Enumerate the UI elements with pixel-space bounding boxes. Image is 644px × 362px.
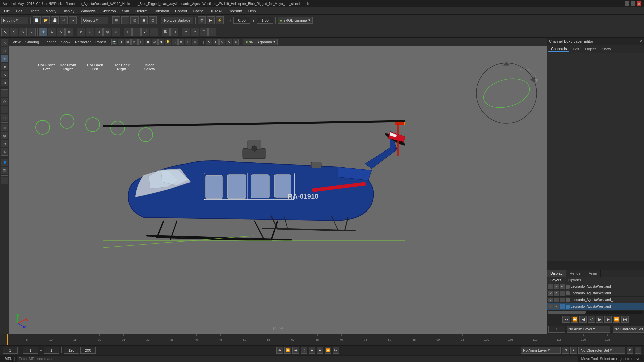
paint-tool-button[interactable]: 🖌 (141, 28, 149, 36)
menu-create[interactable]: Create (26, 8, 42, 14)
move-tool-button[interactable]: ✛ (39, 28, 47, 36)
snap-surface-button[interactable]: ◼ (140, 16, 148, 24)
menu-skin[interactable]: Skin (119, 8, 132, 14)
close-button[interactable]: ✕ (637, 1, 641, 6)
layer-vp-btn-3[interactable]: V (548, 304, 553, 309)
menu-3dtoll[interactable]: 3DToAll (207, 8, 225, 14)
snap-grid-button[interactable]: ⊞ (112, 16, 120, 24)
menu-help[interactable]: Help (246, 8, 259, 14)
rp-start-frame-input[interactable] (548, 326, 565, 333)
bb-anim-info-button[interactable]: ℹ (570, 347, 577, 354)
vp-iso-btn[interactable]: ⊞ (125, 39, 131, 45)
anim-layer-bb-dropdown[interactable]: No Anim Layer ▾ (521, 347, 561, 354)
rp-tab-channels[interactable]: Channels (548, 46, 569, 52)
menu-constrain[interactable]: Constrain (151, 8, 172, 14)
to-start-button[interactable]: ⏮ (562, 316, 570, 323)
sculpt-button[interactable]: ⬡ (150, 28, 158, 36)
annotate-button[interactable]: ✦ (191, 28, 199, 36)
mirror-lp-button[interactable]: ⇔ (1, 140, 8, 147)
vp-ao-btn[interactable]: ⊛ (185, 39, 191, 45)
paint-select-button[interactable]: ✎ (19, 28, 27, 36)
layer-p-btn-0[interactable]: P (554, 284, 559, 289)
rp-tab-object[interactable]: Object (582, 46, 598, 52)
undo-button[interactable]: ↩ (60, 16, 68, 24)
current-frame-input[interactable] (3, 347, 18, 354)
layer-vp-btn-1[interactable]: V (548, 291, 553, 296)
bb-prev-frame-button[interactable]: ◀ (292, 347, 299, 354)
snap-grid-lp-button[interactable]: ⊞ (1, 124, 8, 131)
keyframe-input[interactable] (44, 347, 59, 354)
tool4-button[interactable]: ⊚ (112, 28, 120, 36)
vp-hide-btn[interactable]: H (118, 39, 124, 45)
open-scene-button[interactable]: 📂 (42, 16, 50, 24)
vp-gamma-display[interactable]: ■ sRGB gamma ▾ (243, 39, 278, 45)
bb-next-frame-button[interactable]: ▶ (317, 347, 323, 354)
soft-mod2-button[interactable]: ⊙ (86, 28, 94, 36)
rotate-tool-button[interactable]: ↻ (48, 28, 56, 36)
new-scene-button[interactable]: 📄 (33, 16, 41, 24)
scale-tool-button[interactable]: ⤡ (57, 28, 65, 36)
layers-tab-anim[interactable]: Anim (585, 270, 601, 277)
move-lp-button[interactable]: ✛ (1, 55, 8, 62)
menu-redshift[interactable]: Redshift (226, 8, 245, 14)
ribbon-button[interactable]: ⌒ (200, 28, 208, 36)
vp-cam-btn[interactable]: 📷 (111, 39, 117, 45)
rp-tab-edit[interactable]: Edit (570, 46, 582, 52)
vp-smooth-btn[interactable]: ◼ (145, 39, 151, 45)
start-frame-input[interactable] (23, 347, 38, 354)
vp-light-btn[interactable]: 💡 (165, 39, 171, 45)
vp-menu-panels[interactable]: Panels (93, 39, 109, 45)
bb-to-end-button[interactable]: ⏭ (333, 347, 339, 354)
vp-wire-btn[interactable]: ⊡ (138, 39, 144, 45)
range-start-input[interactable] (64, 347, 79, 354)
layers-scrollbar[interactable] (547, 310, 644, 314)
layers-sub-tab-layers[interactable]: Layers (547, 277, 565, 283)
ik2-button[interactable]: ⊣ (170, 28, 178, 36)
bb-char-info-button[interactable]: ℹ (635, 347, 641, 354)
layer-p-btn-3[interactable]: P (554, 304, 559, 309)
maximize-button[interactable]: □ (631, 1, 635, 6)
snap-toggle-button[interactable]: ⊡ (1, 47, 8, 54)
nurbs-lp-button[interactable]: ○ (1, 106, 8, 113)
scrollbar-thumb[interactable] (548, 311, 586, 314)
show-man-button[interactable]: 👤 (1, 159, 8, 166)
vp-uni-btn[interactable]: ⊕ (233, 39, 239, 45)
paint-weights-button[interactable]: ⊘ (95, 28, 103, 36)
vp-menu-shading[interactable]: Shading (23, 39, 41, 45)
vp-motion-btn[interactable]: ≋ (178, 39, 184, 45)
snap-point-button[interactable]: ◎ (130, 16, 139, 24)
tool3-button[interactable]: ◎ (103, 28, 111, 36)
save-scene-button[interactable]: 💾 (51, 16, 59, 24)
snap-pt-lp-button[interactable]: ◎ (1, 132, 8, 139)
pencil-button[interactable]: ✏ (182, 28, 190, 36)
layer-p-btn-2[interactable]: P (554, 298, 559, 302)
bb-play-fwd-button[interactable]: ▶ (309, 347, 315, 354)
vp-xray-btn[interactable]: ◎ (152, 39, 158, 45)
menu-file[interactable]: File (1, 8, 13, 14)
char-set-bb-dropdown[interactable]: No Character Set ▾ (578, 347, 625, 354)
redo-button[interactable]: ↪ (69, 16, 77, 24)
gamma-display[interactable]: ■ sRGB gamma ▾ (278, 17, 313, 24)
value1-input[interactable] (233, 17, 250, 24)
play-back-button[interactable]: ◁ (588, 316, 595, 323)
layer-p-btn-1[interactable]: P (554, 291, 559, 296)
prev-key-button[interactable]: ⏪ (571, 316, 578, 323)
minus-button[interactable]: − (132, 28, 141, 36)
more-lp-button[interactable]: ··· (1, 177, 8, 184)
wire-button[interactable]: ⌁ (208, 28, 216, 36)
layers-tab-display[interactable]: Display (547, 270, 566, 277)
vp-select-btn[interactable]: ↖ (206, 39, 212, 45)
bb-anim-settings-button[interactable]: ⚙ (562, 347, 569, 354)
soft-mod-button[interactable]: ⌀ (77, 28, 85, 36)
menu-control[interactable]: Control (172, 8, 190, 14)
bb-play-back-button[interactable]: ◁ (301, 347, 307, 354)
bb-to-start-button[interactable]: ⏮ (276, 347, 283, 354)
add-button[interactable]: + (124, 28, 132, 36)
layer-vp-btn-0[interactable]: V (548, 284, 553, 289)
layer-r-btn-3[interactable] (560, 304, 565, 309)
select-dropdown[interactable]: Objects ▾ (81, 17, 108, 24)
render-button[interactable]: ▶ (207, 16, 215, 24)
ik-button[interactable]: IK (162, 28, 170, 36)
to-end-button[interactable]: ⏭ (621, 316, 629, 323)
layers-sub-tab-options[interactable]: Options (565, 277, 584, 283)
